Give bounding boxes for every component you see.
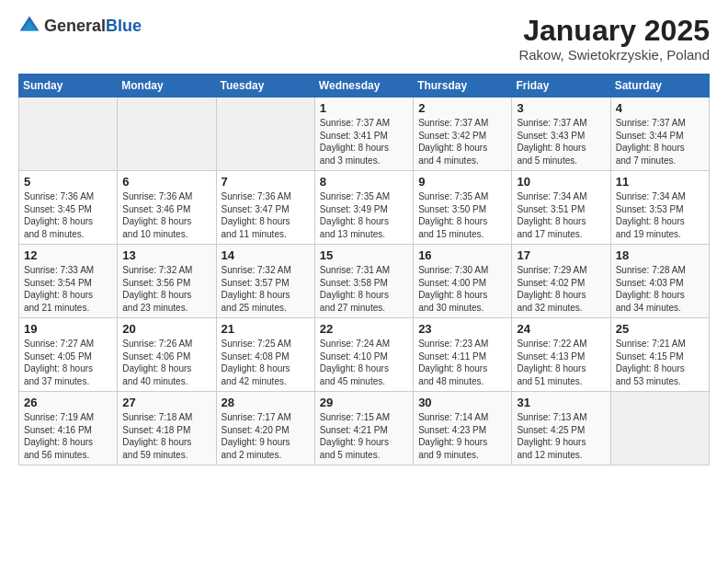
calendar-cell: 24Sunrise: 7:22 AM Sunset: 4:13 PM Dayli… (512, 318, 610, 392)
day-number: 3 (517, 101, 605, 115)
calendar-cell: 3Sunrise: 7:37 AM Sunset: 3:43 PM Daylig… (512, 98, 610, 171)
logo-icon (18, 15, 40, 37)
day-number: 24 (517, 322, 605, 336)
calendar-cell: 22Sunrise: 7:24 AM Sunset: 4:10 PM Dayli… (314, 318, 413, 392)
weekday-header: Saturday (610, 75, 709, 98)
day-number: 29 (320, 396, 408, 409)
day-number: 10 (517, 175, 605, 189)
day-number: 12 (24, 248, 112, 262)
day-number: 5 (24, 175, 112, 189)
day-number: 28 (222, 396, 310, 409)
cell-content: Sunrise: 7:26 AM Sunset: 4:06 PM Dayligh… (122, 338, 210, 387)
cell-content: Sunrise: 7:37 AM Sunset: 3:43 PM Dayligh… (517, 117, 605, 167)
calendar-cell (216, 98, 314, 171)
calendar-cell: 31Sunrise: 7:13 AM Sunset: 4:25 PM Dayli… (512, 392, 610, 465)
logo-text: GeneralBlue (44, 17, 142, 36)
calendar-cell: 26Sunrise: 7:19 AM Sunset: 4:16 PM Dayli… (19, 392, 118, 465)
calendar-cell: 13Sunrise: 7:32 AM Sunset: 3:56 PM Dayli… (118, 245, 216, 318)
logo-blue: Blue (106, 17, 142, 35)
calendar-cell: 4Sunrise: 7:37 AM Sunset: 3:44 PM Daylig… (610, 98, 709, 171)
day-number: 19 (24, 322, 112, 336)
day-number: 16 (418, 248, 506, 262)
cell-content: Sunrise: 7:35 AM Sunset: 3:49 PM Dayligh… (320, 190, 408, 240)
calendar-cell: 16Sunrise: 7:30 AM Sunset: 4:00 PM Dayli… (414, 245, 512, 318)
cell-content: Sunrise: 7:25 AM Sunset: 4:08 PM Dayligh… (222, 338, 310, 387)
cell-content: Sunrise: 7:29 AM Sunset: 4:02 PM Dayligh… (517, 264, 605, 314)
cell-content: Sunrise: 7:35 AM Sunset: 3:50 PM Dayligh… (418, 190, 506, 240)
calendar-cell: 5Sunrise: 7:36 AM Sunset: 3:45 PM Daylig… (19, 171, 118, 245)
cell-content: Sunrise: 7:33 AM Sunset: 3:54 PM Dayligh… (24, 264, 112, 314)
calendar-cell: 15Sunrise: 7:31 AM Sunset: 3:58 PM Dayli… (314, 245, 413, 318)
cell-content: Sunrise: 7:18 AM Sunset: 4:18 PM Dayligh… (122, 411, 210, 461)
day-number: 1 (320, 101, 408, 115)
cell-content: Sunrise: 7:23 AM Sunset: 4:11 PM Dayligh… (418, 338, 506, 387)
calendar-week-row: 5Sunrise: 7:36 AM Sunset: 3:45 PM Daylig… (19, 171, 710, 245)
day-number: 13 (122, 248, 210, 262)
calendar-cell: 1Sunrise: 7:37 AM Sunset: 3:41 PM Daylig… (314, 98, 413, 171)
calendar-cell: 8Sunrise: 7:35 AM Sunset: 3:49 PM Daylig… (314, 171, 413, 245)
day-number: 31 (517, 396, 605, 409)
calendar-cell: 30Sunrise: 7:14 AM Sunset: 4:23 PM Dayli… (414, 392, 512, 465)
day-number: 8 (320, 175, 408, 189)
title-block: January 2025 Rakow, Swietokrzyskie, Pola… (518, 15, 710, 63)
weekday-header: Wednesday (314, 75, 413, 98)
calendar-week-row: 12Sunrise: 7:33 AM Sunset: 3:54 PM Dayli… (19, 245, 710, 318)
cell-content: Sunrise: 7:19 AM Sunset: 4:16 PM Dayligh… (24, 411, 112, 461)
day-number: 26 (24, 396, 112, 409)
cell-content: Sunrise: 7:34 AM Sunset: 3:51 PM Dayligh… (517, 190, 605, 240)
calendar-cell: 23Sunrise: 7:23 AM Sunset: 4:11 PM Dayli… (414, 318, 512, 392)
logo: GeneralBlue (18, 15, 142, 37)
calendar-cell: 12Sunrise: 7:33 AM Sunset: 3:54 PM Dayli… (19, 245, 118, 318)
cell-content: Sunrise: 7:24 AM Sunset: 4:10 PM Dayligh… (320, 338, 408, 387)
weekday-header: Friday (512, 75, 610, 98)
calendar-cell: 2Sunrise: 7:37 AM Sunset: 3:42 PM Daylig… (414, 98, 512, 171)
calendar-cell: 11Sunrise: 7:34 AM Sunset: 3:53 PM Dayli… (610, 171, 709, 245)
cell-content: Sunrise: 7:37 AM Sunset: 3:42 PM Dayligh… (418, 117, 506, 167)
calendar-title: January 2025 (518, 15, 710, 47)
cell-content: Sunrise: 7:32 AM Sunset: 3:56 PM Dayligh… (122, 264, 210, 314)
day-number: 7 (222, 175, 310, 189)
day-number: 11 (616, 175, 704, 189)
day-number: 23 (418, 322, 506, 336)
weekday-header-row: SundayMondayTuesdayWednesdayThursdayFrid… (19, 75, 710, 98)
weekday-header: Tuesday (216, 75, 314, 98)
day-number: 25 (616, 322, 704, 336)
weekday-header: Sunday (19, 75, 118, 98)
cell-content: Sunrise: 7:34 AM Sunset: 3:53 PM Dayligh… (616, 190, 704, 240)
cell-content: Sunrise: 7:22 AM Sunset: 4:13 PM Dayligh… (517, 338, 605, 387)
day-number: 21 (222, 322, 310, 336)
calendar-cell (118, 98, 216, 171)
cell-content: Sunrise: 7:36 AM Sunset: 3:47 PM Dayligh… (222, 190, 310, 240)
calendar-cell: 28Sunrise: 7:17 AM Sunset: 4:20 PM Dayli… (216, 392, 314, 465)
cell-content: Sunrise: 7:32 AM Sunset: 3:57 PM Dayligh… (222, 264, 310, 314)
calendar-cell: 6Sunrise: 7:36 AM Sunset: 3:46 PM Daylig… (118, 171, 216, 245)
calendar-table: SundayMondayTuesdayWednesdayThursdayFrid… (18, 74, 710, 465)
calendar-cell: 10Sunrise: 7:34 AM Sunset: 3:51 PM Dayli… (512, 171, 610, 245)
cell-content: Sunrise: 7:17 AM Sunset: 4:20 PM Dayligh… (222, 411, 310, 461)
calendar-cell: 9Sunrise: 7:35 AM Sunset: 3:50 PM Daylig… (414, 171, 512, 245)
calendar-cell: 27Sunrise: 7:18 AM Sunset: 4:18 PM Dayli… (118, 392, 216, 465)
cell-content: Sunrise: 7:28 AM Sunset: 4:03 PM Dayligh… (616, 264, 704, 314)
day-number: 22 (320, 322, 408, 336)
weekday-header: Thursday (414, 75, 512, 98)
day-number: 2 (418, 101, 506, 115)
day-number: 4 (616, 101, 704, 115)
cell-content: Sunrise: 7:36 AM Sunset: 3:46 PM Dayligh… (122, 190, 210, 240)
day-number: 9 (418, 175, 506, 189)
weekday-header: Monday (118, 75, 216, 98)
calendar-cell: 25Sunrise: 7:21 AM Sunset: 4:15 PM Dayli… (610, 318, 709, 392)
cell-content: Sunrise: 7:37 AM Sunset: 3:41 PM Dayligh… (320, 117, 408, 167)
day-number: 18 (616, 248, 704, 262)
calendar-cell (19, 98, 118, 171)
cell-content: Sunrise: 7:14 AM Sunset: 4:23 PM Dayligh… (418, 411, 506, 461)
calendar-week-row: 26Sunrise: 7:19 AM Sunset: 4:16 PM Dayli… (19, 392, 710, 465)
calendar-cell: 21Sunrise: 7:25 AM Sunset: 4:08 PM Dayli… (216, 318, 314, 392)
day-number: 27 (122, 396, 210, 409)
cell-content: Sunrise: 7:21 AM Sunset: 4:15 PM Dayligh… (616, 338, 704, 387)
day-number: 20 (122, 322, 210, 336)
calendar-cell: 18Sunrise: 7:28 AM Sunset: 4:03 PM Dayli… (610, 245, 709, 318)
day-number: 14 (222, 248, 310, 262)
cell-content: Sunrise: 7:36 AM Sunset: 3:45 PM Dayligh… (24, 190, 112, 240)
day-number: 17 (517, 248, 605, 262)
cell-content: Sunrise: 7:15 AM Sunset: 4:21 PM Dayligh… (320, 411, 408, 461)
